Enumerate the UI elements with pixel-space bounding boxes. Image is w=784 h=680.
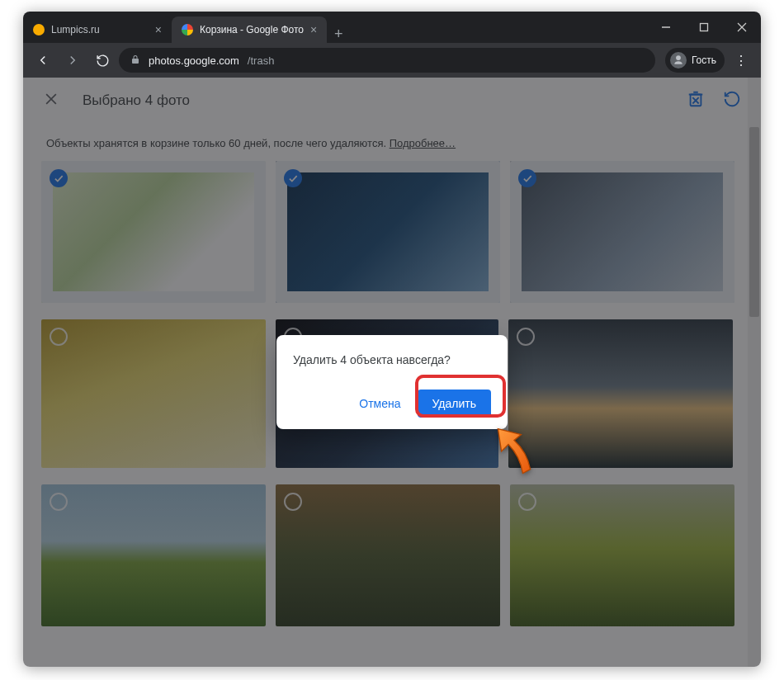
toolbar: photos.google.com/trash Гость ⋮ bbox=[23, 43, 761, 78]
address-bar[interactable]: photos.google.com/trash bbox=[119, 48, 655, 73]
close-tab-icon[interactable]: × bbox=[155, 23, 162, 36]
tab-strip: Lumpics.ru × Корзина - Google Фото × + bbox=[23, 12, 647, 43]
tab-google-photos[interactable]: Корзина - Google Фото × bbox=[172, 17, 327, 43]
menu-button[interactable]: ⋮ bbox=[728, 47, 754, 73]
profile-label: Гость bbox=[692, 54, 716, 66]
forward-button[interactable] bbox=[59, 47, 86, 73]
url-path: /trash bbox=[248, 54, 275, 67]
svg-rect-1 bbox=[701, 24, 708, 31]
close-window-button[interactable] bbox=[723, 12, 761, 43]
dialog-message: Удалить 4 объекта навсегда? bbox=[293, 353, 491, 366]
favicon-icon bbox=[182, 24, 193, 35]
tab-title: Корзина - Google Фото bbox=[200, 24, 304, 35]
back-button[interactable] bbox=[30, 47, 56, 73]
browser-window: Lumpics.ru × Корзина - Google Фото × + p… bbox=[23, 12, 761, 667]
page-content: Выбрано 4 фото Объекты хранятся в корзин… bbox=[23, 78, 761, 667]
new-tab-button[interactable]: + bbox=[327, 26, 350, 43]
tab-lumpics[interactable]: Lumpics.ru × bbox=[23, 17, 172, 43]
cancel-button[interactable]: Отмена bbox=[351, 390, 409, 417]
confirm-delete-dialog: Удалить 4 объекта навсегда? Отмена Удали… bbox=[276, 335, 508, 429]
maximize-button[interactable] bbox=[685, 12, 723, 43]
window-controls bbox=[647, 12, 761, 43]
avatar-icon bbox=[670, 52, 687, 68]
close-tab-icon[interactable]: × bbox=[310, 23, 317, 36]
reload-button[interactable] bbox=[89, 47, 116, 73]
minimize-button[interactable] bbox=[647, 12, 685, 43]
profile-chip[interactable]: Гость bbox=[665, 48, 725, 73]
confirm-delete-button[interactable]: Удалить bbox=[418, 390, 491, 418]
tab-title: Lumpics.ru bbox=[51, 24, 100, 35]
titlebar: Lumpics.ru × Корзина - Google Фото × + bbox=[23, 12, 761, 43]
lock-icon bbox=[130, 54, 140, 67]
url-host: photos.google.com bbox=[149, 54, 239, 67]
favicon-icon bbox=[33, 24, 45, 35]
dialog-actions: Отмена Удалить bbox=[293, 390, 491, 418]
